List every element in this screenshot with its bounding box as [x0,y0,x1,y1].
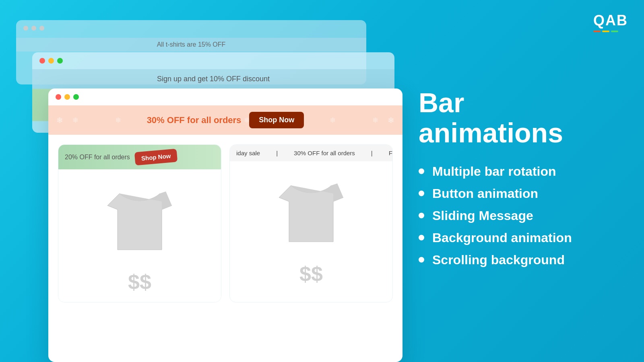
tl-red-2 [39,58,45,64]
tl-dot-2 [31,26,36,31]
product-card-1: 20% OFF for all orders Shop Now $$ [58,144,221,302]
scroll-separator-2: | [371,150,373,156]
card1-shop-badge[interactable]: Shop Now [134,148,178,165]
window2-announcement-text: Sign up and get 10% OFF discount [157,75,270,83]
main-title: Bar animations [419,88,612,148]
card2-body: $$ [230,161,392,294]
scroll-item-1: iday sale [236,150,260,156]
logo-bar-red [593,31,601,32]
scroll-item-3: Free Shipp [389,150,393,156]
feature-item-1: Button animation [419,186,612,201]
feature-label-3: Background animation [432,230,572,245]
tl-yellow-2 [48,58,54,64]
browsers-container: All t-shirts are 15% OFF Sign up and get… [16,20,411,354]
feature-item-4: Scrolling background [419,252,612,267]
bullet-3 [419,235,424,241]
window1-announcement-text: All t-shirts are 15% OFF [157,41,226,48]
card1-announcement-bar: 20% OFF for all orders Shop Now [58,145,221,169]
bullet-4 [419,257,424,263]
tl-dot-3 [39,26,44,31]
snowflake-1: ❄ [72,116,78,125]
traffic-lights-3 [48,88,402,105]
tl-red-3 [56,94,61,100]
card1-announcement-text: 20% OFF for all orders [65,154,130,161]
browser-window-3: ❄ ❄ ❄ ❄ ❄ ❄ ❄ ❄ 30% OFF for all orders S… [48,88,402,362]
feature-item-0: Multiple bar rotation [419,164,612,179]
bullet-0 [419,169,424,174]
feature-label-0: Multiple bar rotation [432,164,556,179]
window3-announcement-bar: ❄ ❄ ❄ ❄ ❄ ❄ ❄ ❄ 30% OFF for all orders S… [48,105,402,135]
window3-sale-text: 30% OFF for all orders [147,115,242,125]
logo-underline [593,31,628,32]
card1-body: $$ [58,169,221,302]
feature-item-3: Background animation [419,230,612,245]
right-panel: Bar animations Multiple bar rotation But… [419,88,612,275]
traffic-lights-2 [32,52,394,69]
card2-tshirt [271,177,351,250]
feature-list: Multiple bar rotation Button animation S… [419,164,612,267]
shop-now-button[interactable]: Shop Now [249,112,304,128]
window3-content: 20% OFF for all orders Shop Now $$ [48,135,402,312]
product-card-2: iday sale | 30% OFF for all orders | Fre… [229,144,393,302]
feature-label-1: Button animation [432,186,538,201]
traffic-lights-1 [16,20,366,36]
feature-item-2: Sliding Message [419,208,612,223]
tl-dot-1 [23,26,28,31]
logo: QAB [593,12,628,32]
scroll-separator-1: | [276,150,278,156]
snowflake-8: ❄ [372,116,378,125]
snowflake-2: ❄ [115,116,121,125]
feature-label-4: Scrolling background [432,252,565,267]
tl-yellow-3 [64,94,70,100]
card2-scrolling-bar: iday sale | 30% OFF for all orders | Fre… [230,145,392,161]
logo-bar-yellow [602,31,609,32]
tl-green-2 [57,58,63,64]
snowflake-7: ❄ [330,116,336,125]
bullet-2 [419,213,424,218]
scroll-item-2: 30% OFF for all orders [294,150,355,156]
card1-price: $$ [128,270,151,294]
card1-tshirt [99,185,180,258]
bullet-1 [419,191,424,196]
feature-label-2: Sliding Message [432,208,533,223]
window1-announcement-bar: All t-shirts are 15% OFF [16,38,366,51]
logo-bar-green [611,31,618,32]
card2-price: $$ [299,262,323,286]
tl-green-3 [73,94,79,100]
window2-announcement-bar: Sign up and get 10% OFF discount [32,69,394,89]
